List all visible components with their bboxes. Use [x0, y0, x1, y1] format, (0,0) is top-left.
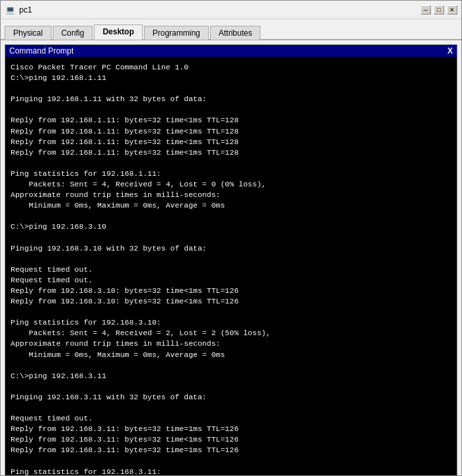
- cmd-close-button[interactable]: X: [447, 46, 453, 56]
- tab-config[interactable]: Config: [53, 26, 93, 40]
- tab-physical[interactable]: Physical: [5, 26, 52, 40]
- tab-desktop[interactable]: Desktop: [94, 24, 142, 40]
- close-button[interactable]: ✕: [447, 5, 457, 15]
- minimize-button[interactable]: ─: [420, 5, 431, 15]
- cmd-title-bar: Command Prompt X: [5, 45, 457, 57]
- tab-attributes[interactable]: Attributes: [210, 26, 261, 40]
- content-area: Command Prompt X Cisco Packet Tracer PC …: [1, 40, 461, 475]
- window-icon: 💻: [5, 5, 15, 15]
- cmd-window: Command Prompt X Cisco Packet Tracer PC …: [5, 44, 457, 475]
- tab-bar: Physical Config Desktop Programming Attr…: [1, 19, 461, 40]
- cmd-title-label: Command Prompt: [9, 46, 73, 56]
- cmd-body[interactable]: Cisco Packet Tracer PC Command Line 1.0 …: [5, 57, 457, 475]
- title-bar: 💻 pc1 ─ □ ✕: [1, 1, 461, 19]
- tab-programming[interactable]: Programming: [144, 26, 209, 40]
- window-controls: ─ □ ✕: [420, 5, 457, 15]
- maximize-button[interactable]: □: [434, 5, 444, 15]
- window-title: pc1: [19, 5, 420, 15]
- main-window: 💻 pc1 ─ □ ✕ Physical Config Desktop Prog…: [0, 0, 462, 476]
